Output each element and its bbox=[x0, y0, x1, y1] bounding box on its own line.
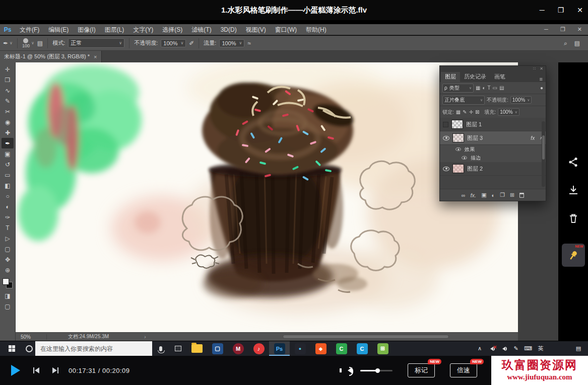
ps-close-button[interactable]: ✕ bbox=[571, 26, 588, 33]
pin-button[interactable]: NEW bbox=[562, 244, 585, 267]
eyedropper-tool-icon[interactable]: ◉ bbox=[2, 117, 14, 127]
quick-mask-icon[interactable]: ◨ bbox=[2, 290, 14, 301]
menu-3d[interactable]: 3D(D) bbox=[216, 24, 241, 35]
gradient-tool-icon[interactable]: ◧ bbox=[2, 180, 14, 191]
download-button[interactable] bbox=[567, 184, 579, 198]
task-view-button[interactable] bbox=[169, 341, 186, 356]
menu-file[interactable]: 文件(F) bbox=[15, 24, 44, 35]
store-button[interactable]: ▢ bbox=[207, 341, 228, 356]
menu-window[interactable]: 窗口(W) bbox=[271, 24, 301, 35]
shape-tool-icon[interactable]: ▢ bbox=[2, 244, 14, 254]
blur-tool-icon[interactable]: ○ bbox=[2, 191, 14, 201]
color-swatches[interactable] bbox=[3, 278, 13, 288]
panel-drag-icon[interactable]: ∷ bbox=[533, 66, 536, 71]
menu-filter[interactable]: 滤镜(T) bbox=[187, 24, 216, 35]
dark-app-button[interactable]: ● bbox=[290, 341, 310, 356]
mark-button[interactable]: 标记 NEW bbox=[408, 363, 435, 377]
delete-layer-icon[interactable] bbox=[519, 193, 524, 198]
tray-chevron-up-icon[interactable]: ∧ bbox=[474, 341, 485, 356]
eye-icon[interactable] bbox=[455, 147, 461, 151]
search-icon[interactable]: ⌕ bbox=[564, 40, 567, 47]
play-button[interactable] bbox=[11, 365, 20, 376]
brush-size-picker[interactable]: 100 ∨ bbox=[22, 38, 34, 48]
layers-scrollbar[interactable] bbox=[542, 121, 545, 187]
volume-button[interactable] bbox=[498, 341, 509, 356]
lock-all-icon[interactable]: ⊠ bbox=[475, 109, 479, 115]
green-c-app-button[interactable]: C bbox=[331, 341, 352, 356]
pen-tool-icon[interactable]: ✑ bbox=[2, 212, 14, 222]
tool-preset-picker[interactable]: ✒ ∨ bbox=[3, 40, 13, 47]
filter-type-icon[interactable]: T bbox=[488, 85, 491, 91]
blue-c-app-button[interactable]: C bbox=[352, 341, 372, 356]
lock-pixels-icon[interactable]: ✎ bbox=[463, 109, 467, 115]
quick-select-tool-icon[interactable]: ✎ bbox=[2, 96, 14, 106]
healing-tool-icon[interactable]: ✚ bbox=[2, 127, 14, 138]
calculator-button[interactable]: ⊞ bbox=[372, 341, 393, 356]
marquee-tool-icon[interactable]: ❒ bbox=[2, 74, 14, 85]
menu-help[interactable]: 帮助(H) bbox=[301, 24, 331, 35]
menu-view[interactable]: 视图(V) bbox=[241, 24, 271, 35]
layer-style-icon[interactable]: fx. bbox=[471, 192, 477, 198]
eye-icon[interactable] bbox=[462, 156, 467, 160]
zoom-tool-icon[interactable]: ⊕ bbox=[2, 265, 14, 275]
previous-button[interactable] bbox=[33, 367, 39, 373]
layer-row-2[interactable]: 图层 2 bbox=[440, 162, 546, 176]
airbrush-icon[interactable]: ≈ bbox=[247, 40, 251, 47]
tab-close-icon[interactable]: × bbox=[94, 54, 97, 60]
visibility-toggle-icon[interactable] bbox=[443, 122, 448, 127]
brush-panel-toggle-icon[interactable]: ▤ bbox=[37, 40, 43, 47]
volume-icon[interactable] bbox=[348, 367, 352, 373]
m-app-button[interactable]: M bbox=[228, 341, 248, 356]
eraser-tool-icon[interactable]: ▭ bbox=[2, 170, 14, 180]
zoom-level[interactable]: 50% bbox=[16, 334, 47, 340]
status-chevron-icon[interactable]: › bbox=[144, 334, 146, 340]
volume-slider[interactable] bbox=[360, 370, 393, 371]
layer-mask-icon[interactable]: ▣ bbox=[481, 192, 486, 198]
type-tool-icon[interactable]: T bbox=[2, 222, 14, 233]
panel-menu-icon[interactable]: ≡ bbox=[537, 76, 546, 82]
pen-settings-button[interactable]: ✎ bbox=[510, 341, 521, 356]
hand-tool-icon[interactable]: ✥ bbox=[2, 254, 14, 265]
horizontal-scrollbar[interactable] bbox=[283, 335, 449, 339]
orange-app-button[interactable]: ◆ bbox=[310, 341, 331, 356]
stroke-effect-row[interactable]: 描边 bbox=[440, 153, 546, 162]
menu-image[interactable]: 图像(I) bbox=[73, 24, 100, 35]
layer-blend-mode-select[interactable]: 正片叠底 ∨ bbox=[442, 96, 485, 105]
start-button[interactable] bbox=[0, 341, 23, 356]
window-maximize-button[interactable]: ❐ bbox=[558, 6, 564, 14]
opacity-select[interactable]: 100% ∨ bbox=[161, 39, 186, 47]
layer-thumbnail[interactable] bbox=[452, 133, 464, 142]
layer-row-3[interactable]: 图层 3 fx ∧ bbox=[440, 131, 546, 145]
mic-button[interactable] bbox=[152, 341, 169, 356]
ps-minimize-button[interactable]: ─ bbox=[538, 26, 554, 33]
effects-row[interactable]: 效果 bbox=[440, 145, 546, 153]
tab-layers[interactable]: 图层 bbox=[441, 72, 460, 82]
filter-smart-icon[interactable]: ▤ bbox=[499, 85, 504, 91]
muted-volume-button[interactable]: ✕ bbox=[486, 341, 497, 356]
file-explorer-button[interactable] bbox=[186, 341, 207, 356]
panel-close-icon[interactable]: ✕ bbox=[540, 66, 543, 71]
window-minimize-button[interactable]: ─ bbox=[540, 6, 545, 14]
adjustment-layer-icon[interactable]: ◐ bbox=[492, 192, 495, 198]
layer-row-1[interactable]: 图层 1 bbox=[440, 118, 546, 131]
new-layer-icon[interactable]: ⊞ bbox=[510, 192, 514, 198]
filter-pixel-icon[interactable]: ▦ bbox=[476, 85, 480, 91]
menu-layer[interactable]: 图层(L) bbox=[100, 24, 129, 35]
brush-tool-icon[interactable]: ✒ bbox=[2, 138, 14, 148]
clone-stamp-tool-icon[interactable]: ▣ bbox=[2, 148, 14, 159]
layer-filter-select[interactable]: ρ 类型 ∨ bbox=[442, 84, 474, 93]
lock-position-icon[interactable]: ✛ bbox=[469, 109, 473, 115]
next-button[interactable] bbox=[52, 367, 58, 373]
touch-keyboard-button[interactable]: ⌨ bbox=[522, 341, 534, 356]
menu-edit[interactable]: 编辑(E) bbox=[44, 24, 73, 35]
move-tool-icon[interactable]: ✛ bbox=[2, 64, 14, 74]
filter-shape-icon[interactable]: ▭ bbox=[493, 85, 497, 91]
tab-brushes[interactable]: 画笔 bbox=[490, 72, 509, 82]
menu-select[interactable]: 选择(S) bbox=[158, 24, 187, 35]
history-brush-tool-icon[interactable]: ↺ bbox=[2, 159, 14, 170]
music-app-button[interactable]: ♪ bbox=[248, 341, 269, 356]
dodge-tool-icon[interactable]: ◐ bbox=[2, 201, 14, 212]
filter-adjustment-icon[interactable]: ◐ bbox=[482, 85, 485, 91]
layer-thumbnail[interactable] bbox=[451, 120, 463, 129]
crop-tool-icon[interactable]: ✂ bbox=[2, 106, 14, 117]
